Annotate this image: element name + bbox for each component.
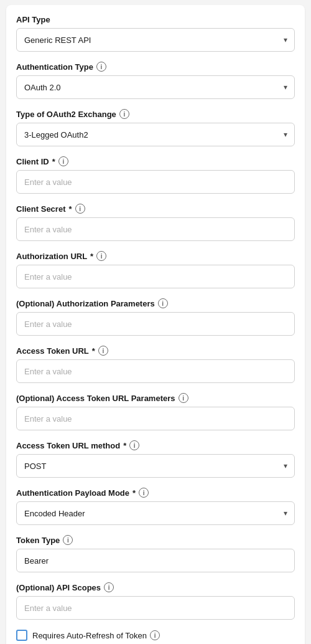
auto-refresh-group: Requires Auto-Refresh of Token i xyxy=(16,630,295,641)
auto-refresh-label: Requires Auto-Refresh of Token i xyxy=(32,630,160,640)
access-token-params-label-text: (Optional) Access Token URL Parameters xyxy=(16,394,175,403)
client-secret-label: Client Secret * i xyxy=(16,204,295,214)
client-secret-required: * xyxy=(68,204,72,214)
auth-params-label-text: (Optional) Authorization Parameters xyxy=(16,299,155,308)
auth-payload-mode-label-text: Authentication Payload Mode xyxy=(16,488,129,498)
access-token-method-group: Access Token URL method * i POST GET PUT… xyxy=(16,440,295,478)
oauth-exchange-label: Type of OAuth2 Exchange i xyxy=(16,109,295,119)
auth-payload-mode-select-wrapper: Encoded Header JSON Body Form Data ▾ xyxy=(16,501,295,525)
access-token-method-label: Access Token URL method * i xyxy=(16,440,295,450)
api-scopes-group: (Optional) API Scopes i xyxy=(16,582,295,620)
auth-url-label-text: Authorization URL xyxy=(16,252,87,261)
access-token-method-info-icon[interactable]: i xyxy=(129,440,139,450)
client-id-input[interactable] xyxy=(16,170,295,194)
auth-url-group: Authorization URL * i xyxy=(16,251,295,288)
auth-params-group: (Optional) Authorization Parameters i xyxy=(16,298,295,336)
token-type-info-icon[interactable]: i xyxy=(63,535,73,545)
auth-type-group: Authentication Type i OAuth 2.0 Basic Au… xyxy=(16,62,295,99)
auth-url-required: * xyxy=(90,252,93,261)
token-type-input[interactable] xyxy=(16,549,295,572)
auth-type-info-icon[interactable]: i xyxy=(96,62,106,72)
client-secret-input[interactable] xyxy=(16,217,295,241)
auth-params-info-icon[interactable]: i xyxy=(158,298,168,308)
access-token-params-label: (Optional) Access Token URL Parameters i xyxy=(16,393,295,403)
auth-type-select[interactable]: OAuth 2.0 Basic Auth API Key No Auth xyxy=(16,75,295,99)
access-token-method-select-wrapper: POST GET PUT ▾ xyxy=(16,454,295,478)
auth-payload-mode-select[interactable]: Encoded Header JSON Body Form Data xyxy=(16,501,295,525)
auth-params-label: (Optional) Authorization Parameters i xyxy=(16,298,295,308)
api-type-label-text: API Type xyxy=(16,15,50,24)
client-secret-label-text: Client Secret xyxy=(16,204,65,214)
access-token-params-input[interactable] xyxy=(16,407,295,430)
api-scopes-label: (Optional) API Scopes i xyxy=(16,582,295,592)
access-token-url-group: Access Token URL * i xyxy=(16,346,295,383)
auth-url-label: Authorization URL * i xyxy=(16,251,295,261)
oauth-exchange-group: Type of OAuth2 Exchange i 3-Legged OAuth… xyxy=(16,109,295,146)
access-token-url-input[interactable] xyxy=(16,359,295,383)
auto-refresh-info-icon[interactable]: i xyxy=(150,630,160,640)
client-id-label: Client ID * i xyxy=(16,156,295,166)
auth-url-info-icon[interactable]: i xyxy=(96,251,106,261)
auth-payload-mode-required: * xyxy=(132,488,136,498)
auth-type-label-text: Authentication Type xyxy=(16,62,93,72)
access-token-url-label: Access Token URL * i xyxy=(16,346,295,356)
access-token-method-label-text: Access Token URL method xyxy=(16,441,120,450)
api-type-select[interactable]: Generic REST API SOAP API GraphQL API xyxy=(16,28,295,52)
api-type-select-wrapper: Generic REST API SOAP API GraphQL API ▾ xyxy=(16,28,295,52)
access-token-url-info-icon[interactable]: i xyxy=(98,346,108,356)
client-id-required: * xyxy=(52,157,55,166)
token-type-label-text: Token Type xyxy=(16,536,60,545)
access-token-method-select[interactable]: POST GET PUT xyxy=(16,454,295,478)
oauth-exchange-select-wrapper: 3-Legged OAuth2 2-Legged OAuth2 Client C… xyxy=(16,123,295,146)
access-token-params-info-icon[interactable]: i xyxy=(179,393,188,403)
api-type-group: API Type Generic REST API SOAP API Graph… xyxy=(16,15,295,52)
api-scopes-info-icon[interactable]: i xyxy=(104,582,114,592)
token-type-label: Token Type i xyxy=(16,535,295,545)
access-token-params-group: (Optional) Access Token URL Parameters i xyxy=(16,393,295,430)
auth-url-input[interactable] xyxy=(16,265,295,288)
auth-params-input[interactable] xyxy=(16,312,295,336)
oauth-exchange-select[interactable]: 3-Legged OAuth2 2-Legged OAuth2 Client C… xyxy=(16,123,295,146)
api-scopes-label-text: (Optional) API Scopes xyxy=(16,583,101,592)
access-token-url-label-text: Access Token URL xyxy=(16,346,89,356)
api-scopes-input[interactable] xyxy=(16,596,295,620)
oauth-exchange-info-icon[interactable]: i xyxy=(119,109,129,119)
auth-payload-mode-label: Authentication Payload Mode * i xyxy=(16,488,295,498)
client-secret-info-icon[interactable]: i xyxy=(75,204,85,214)
client-id-label-text: Client ID xyxy=(16,157,49,166)
client-id-group: Client ID * i xyxy=(16,156,295,194)
api-type-label: API Type xyxy=(16,15,295,24)
auth-payload-mode-info-icon[interactable]: i xyxy=(139,488,149,498)
auth-type-select-wrapper: OAuth 2.0 Basic Auth API Key No Auth ▾ xyxy=(16,75,295,99)
access-token-method-required: * xyxy=(123,441,126,450)
access-token-url-required: * xyxy=(92,346,95,356)
client-secret-group: Client Secret * i xyxy=(16,204,295,241)
oauth-exchange-label-text: Type of OAuth2 Exchange xyxy=(16,110,116,119)
auth-payload-mode-group: Authentication Payload Mode * i Encoded … xyxy=(16,488,295,525)
client-id-info-icon[interactable]: i xyxy=(58,156,68,166)
auth-type-label: Authentication Type i xyxy=(16,62,295,72)
auto-refresh-checkbox[interactable] xyxy=(16,630,27,641)
token-type-group: Token Type i xyxy=(16,535,295,572)
auto-refresh-label-text: Requires Auto-Refresh of Token xyxy=(32,631,147,640)
